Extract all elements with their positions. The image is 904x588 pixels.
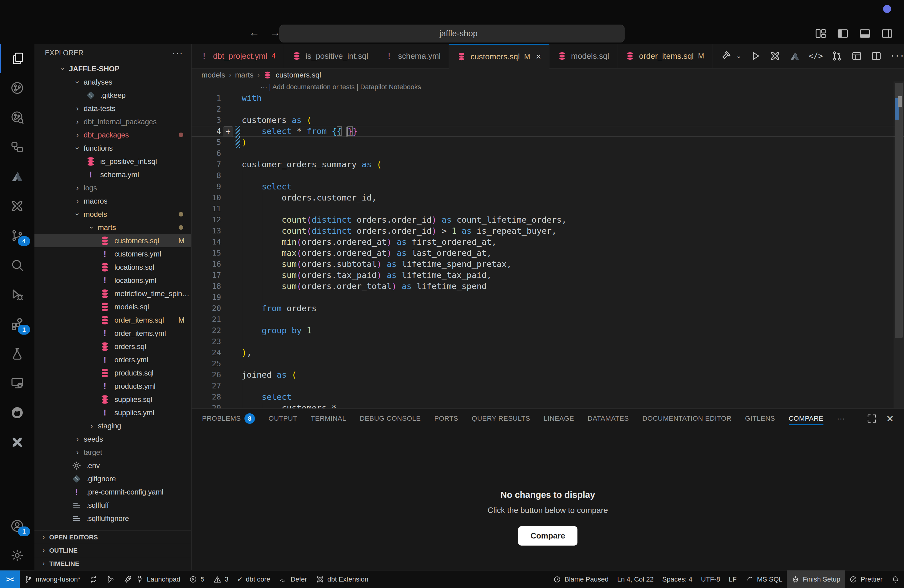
code-line-14[interactable]: 14 min(orders.ordered_at) as first_order… xyxy=(191,237,904,248)
eol[interactable]: LF xyxy=(724,571,741,588)
panel-tab-problems[interactable]: PROBLEMS8 xyxy=(202,409,255,428)
code-line-2[interactable]: 2 xyxy=(191,104,904,115)
code-line-18[interactable]: 18 sum(orders.order_total) as lifetime_s… xyxy=(191,281,904,292)
code-line-22[interactable]: 22 group by 1 xyxy=(191,325,904,336)
datapilot-a-icon[interactable] xyxy=(789,50,801,62)
breadcrumb-file[interactable]: customers.sql xyxy=(275,71,321,79)
code-line-25[interactable]: 25 xyxy=(191,358,904,369)
code-line-21[interactable]: 21 xyxy=(191,314,904,325)
tree-item-supplies-sql[interactable]: supplies.sql xyxy=(35,393,191,406)
tree-item-customers-yml[interactable]: !customers.yml xyxy=(35,247,191,261)
tree-item-order-items-sql[interactable]: order_items.sqlM xyxy=(35,313,191,327)
tree-item--sqlfluffignore[interactable]: .sqlfluffignore xyxy=(35,512,191,525)
code-line-15[interactable]: 15 max(orders.ordered_at) as last_ordere… xyxy=(191,248,904,259)
panel-tab-compare[interactable]: COMPARE xyxy=(789,409,823,428)
tree-item-functions[interactable]: ›functions xyxy=(35,141,191,155)
close-panel-icon[interactable]: × xyxy=(887,413,893,424)
tree-item-metricflow-time-spine-sql[interactable]: metricflow_time_spine.sql xyxy=(35,287,191,300)
code-editor[interactable]: ··· | Add documentation or tests | Datap… xyxy=(191,82,904,408)
compile-code-icon[interactable]: </> xyxy=(809,51,823,60)
tab-models-sql[interactable]: models.sql xyxy=(550,44,618,68)
codelens-actions[interactable]: ··· | Add documentation or tests | Datap… xyxy=(191,82,904,93)
code-line-3[interactable]: 3customers as ( xyxy=(191,115,904,126)
activity-flowchart[interactable] xyxy=(0,132,35,162)
tree-item--gitkeep[interactable]: .gitkeep xyxy=(35,89,191,102)
dbt-extension-status[interactable]: dbt Extension xyxy=(311,571,373,588)
code-line-13[interactable]: 13 count(distinct orders.order_id) > 1 a… xyxy=(191,225,904,237)
toggle-secondary-sidebar-icon[interactable] xyxy=(880,27,893,40)
tree-item-data-tests[interactable]: ›data-tests xyxy=(35,102,191,115)
panel-tab-datamates[interactable]: DATAMATES xyxy=(588,409,629,428)
activity-datapilot[interactable] xyxy=(0,162,35,191)
dbt-core-status[interactable]: ✓dbt core xyxy=(233,571,275,588)
panel-tab-ports[interactable]: PORTS xyxy=(434,409,458,428)
language-mode[interactable]: MS SQL xyxy=(741,571,787,588)
explorer-more-icon[interactable]: ··· xyxy=(172,47,183,58)
customize-layout-icon[interactable] xyxy=(814,27,827,40)
code-line-9[interactable]: 9 select xyxy=(191,181,904,192)
tree-item-analyses[interactable]: ›analyses xyxy=(35,75,191,89)
code-line-4[interactable]: 4+ select * from {{ }} xyxy=(191,126,904,137)
tree-item--gitignore[interactable]: .gitignore xyxy=(35,472,191,485)
panel-tab-lineage[interactable]: LINEAGE xyxy=(544,409,574,428)
code-line-17[interactable]: 17 sum(orders.tax_paid) as lifetime_tax_… xyxy=(191,270,904,281)
panel-tab-terminal[interactable]: TERMINAL xyxy=(311,409,346,428)
tree-item-supplies-yml[interactable]: !supplies.yml xyxy=(35,406,191,419)
editor-scrollbar[interactable] xyxy=(893,82,904,408)
activity-dbt[interactable] xyxy=(0,191,35,221)
more-actions-icon[interactable]: ··· xyxy=(890,51,904,60)
problems-errors[interactable]: 5 xyxy=(185,571,209,588)
tree-item-dbt-internal-packages[interactable]: ›dbt_internal_packages xyxy=(35,115,191,128)
tab-is-positive-int-sql[interactable]: is_positive_int.sql xyxy=(284,44,377,68)
panel-tab-output[interactable]: OUTPUT xyxy=(269,409,297,428)
scrollbar-thumb[interactable] xyxy=(895,83,903,338)
nav-forward-icon[interactable]: → xyxy=(270,27,280,38)
activity-remote-explorer[interactable] xyxy=(0,368,35,398)
code-line-27[interactable]: 27 xyxy=(191,381,904,392)
code-line-23[interactable]: 23 xyxy=(191,336,904,347)
code-line-12[interactable]: 12 count(distinct orders.order_id) as co… xyxy=(191,214,904,225)
tree-item-models-sql[interactable]: models.sql xyxy=(35,300,191,313)
nav-back-icon[interactable]: ← xyxy=(249,27,259,38)
tree-item-seeds[interactable]: ›seeds xyxy=(35,432,191,446)
activity-extensions[interactable]: 1 xyxy=(0,309,35,339)
tree-item-order-items-yml[interactable]: !order_items.yml xyxy=(35,327,191,340)
tree-item-orders-yml[interactable]: !orders.yml xyxy=(35,353,191,366)
code-line-16[interactable]: 16 sum(orders.subtotal) as lifetime_spen… xyxy=(191,259,904,270)
tree-item-products-sql[interactable]: products.sql xyxy=(35,366,191,379)
code-line-19[interactable]: 19 xyxy=(191,292,904,303)
tree-item--env[interactable]: .env xyxy=(35,459,191,472)
code-line-28[interactable]: 28 select xyxy=(191,392,904,403)
tab-dbt-project-yml[interactable]: !dbt_project.yml4 xyxy=(191,44,284,68)
dbt-x-icon[interactable] xyxy=(769,50,781,62)
activity-explorer[interactable] xyxy=(0,44,35,73)
launchpad-status[interactable]: Launchpad xyxy=(119,571,185,588)
panel-more-icon[interactable]: ··· xyxy=(837,414,845,424)
tab-schema-yml[interactable]: !schema.yml xyxy=(376,44,449,68)
sidebar-section-outline[interactable]: ›OUTLINE xyxy=(35,544,191,557)
blame-status[interactable]: Blame Paused xyxy=(548,571,613,588)
code-line-8[interactable]: 8 xyxy=(191,170,904,181)
panel-tab-documentation-editor[interactable]: DOCUMENTATION EDITOR xyxy=(642,409,732,428)
tree-item--pre-commit-config-yaml[interactable]: !.pre-commit-config.yaml xyxy=(35,485,191,498)
tree-item-jaffle-shop[interactable]: ›JAFFLE-SHOP xyxy=(35,62,191,75)
tab-order-items-sql[interactable]: order_items.sqlM xyxy=(618,44,713,68)
query-table-icon[interactable] xyxy=(851,50,863,62)
sidebar-section-open-editors[interactable]: ›OPEN EDITORS xyxy=(35,531,191,544)
panel-tab-debug-console[interactable]: DEBUG CONSOLE xyxy=(360,409,420,428)
activity-source-control[interactable]: 4 xyxy=(0,221,35,250)
build-hammer-icon[interactable] xyxy=(721,50,733,62)
tree-item-customers-sql[interactable]: customers.sqlM xyxy=(35,234,191,247)
tab-customers-sql[interactable]: customers.sqlM× xyxy=(449,44,550,69)
activity-dbt-power-user[interactable] xyxy=(0,73,35,103)
tree-item-macros[interactable]: ›macros xyxy=(35,194,191,207)
defer-status[interactable]: Defer xyxy=(275,571,311,588)
finish-setup[interactable]: Finish Setup xyxy=(787,571,845,588)
activity-github[interactable] xyxy=(0,398,35,427)
notifications-bell[interactable] xyxy=(887,571,904,588)
code-line-20[interactable]: 20 from orders xyxy=(191,303,904,314)
activity-lineage-explorer[interactable] xyxy=(0,103,35,132)
tree-item-products-yml[interactable]: !products.yml xyxy=(35,379,191,393)
breadcrumb[interactable]: models›marts›customers.sql xyxy=(191,69,904,82)
sidebar-section-timeline[interactable]: ›TIMELINE xyxy=(35,557,191,570)
